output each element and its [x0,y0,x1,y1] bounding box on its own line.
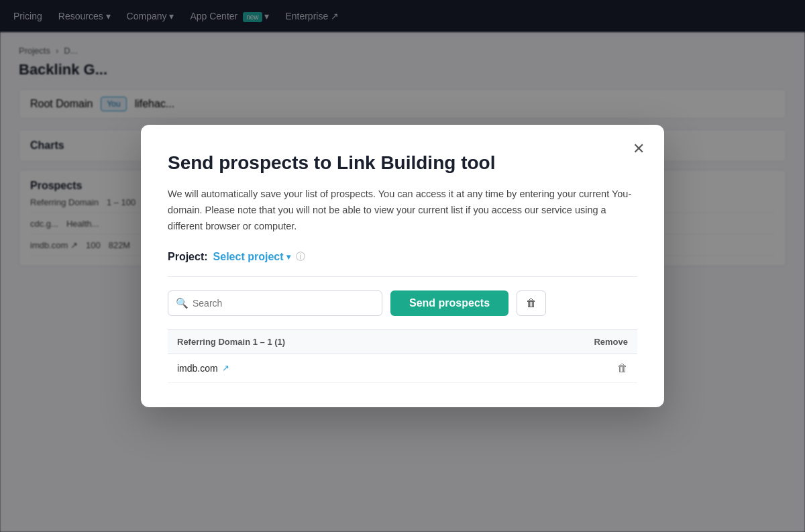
external-link-icon[interactable]: ↗ [222,363,229,373]
close-button[interactable]: ✕ [627,137,651,161]
domain-link: imdb.com ↗ [177,363,490,374]
modal-dialog: ✕ Send prospects to Link Building tool W… [141,125,664,407]
row-delete-button[interactable]: 🗑 [617,362,628,374]
trash-icon: 🗑 [526,297,537,309]
col-remove-header: Remove [500,329,637,354]
modal-divider [168,276,637,277]
table-header-row: Referring Domain 1 – 1 (1) Remove [168,329,637,354]
col-domain-header: Referring Domain 1 – 1 (1) [168,329,500,354]
modal-title: Send prospects to Link Building tool [168,152,637,174]
modal-description: We will automatically save your list of … [168,187,637,235]
delete-button[interactable]: 🗑 [517,290,546,316]
search-input-wrapper: 🔍 [168,290,382,316]
prospects-table: Referring Domain 1 – 1 (1) Remove imdb.c… [168,329,637,383]
table-row: imdb.com ↗ 🗑 [168,354,637,382]
project-label: Project: [168,251,208,263]
project-row: Project: Select project ▾ ⓘ [168,251,637,263]
remove-cell: 🗑 [500,354,637,382]
chevron-down-icon: ▾ [286,252,290,262]
domain-name: imdb.com [177,363,218,374]
action-row: 🔍 Send prospects 🗑 [168,290,637,316]
modal-overlay: ✕ Send prospects to Link Building tool W… [0,0,805,532]
domain-cell: imdb.com ↗ [168,354,500,382]
send-prospects-button[interactable]: Send prospects [390,290,508,316]
search-input[interactable] [168,290,382,316]
search-icon: 🔍 [176,297,189,309]
info-icon: ⓘ [296,251,305,263]
trash-icon: 🗑 [617,362,628,374]
select-project-button[interactable]: Select project ▾ [213,251,290,263]
